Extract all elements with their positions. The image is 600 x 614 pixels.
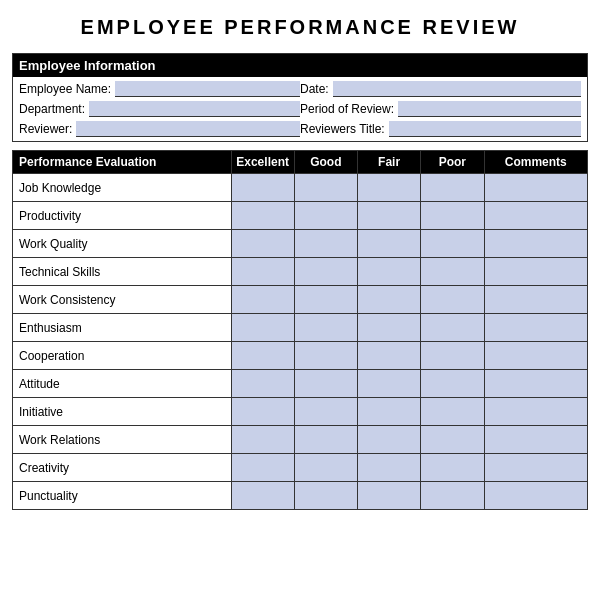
poor-cell[interactable] [421,258,484,286]
page-title: EMPLOYEE PERFORMANCE REVIEW [12,10,588,45]
category-cell: Initiative [13,398,232,426]
excellent-cell[interactable] [231,342,294,370]
poor-cell[interactable] [421,482,484,510]
poor-cell[interactable] [421,342,484,370]
fair-cell[interactable] [358,370,421,398]
period-input[interactable] [398,101,581,117]
good-cell[interactable] [294,314,357,342]
comments-cell[interactable] [484,314,588,342]
header-fair: Fair [358,151,421,174]
category-cell: Creativity [13,454,232,482]
reviewer-input[interactable] [76,121,300,137]
reviewer-label: Reviewer: [19,122,72,136]
fair-cell[interactable] [358,482,421,510]
comments-cell[interactable] [484,202,588,230]
excellent-cell[interactable] [231,174,294,202]
department-input[interactable] [89,101,300,117]
reviewer-row: Reviewer: [19,121,300,137]
employee-name-input[interactable] [115,81,300,97]
good-cell[interactable] [294,426,357,454]
excellent-cell[interactable] [231,426,294,454]
header-comments: Comments [484,151,588,174]
table-row: Attitude [13,370,588,398]
poor-cell[interactable] [421,230,484,258]
reviewers-title-label: Reviewers Title: [300,122,385,136]
fair-cell[interactable] [358,174,421,202]
table-row: Productivity [13,202,588,230]
good-cell[interactable] [294,230,357,258]
category-cell: Enthusiasm [13,314,232,342]
fair-cell[interactable] [358,230,421,258]
comments-cell[interactable] [484,454,588,482]
fair-cell[interactable] [358,286,421,314]
department-row: Department: [19,101,300,117]
poor-cell[interactable] [421,370,484,398]
category-cell: Work Relations [13,426,232,454]
table-row: Work Quality [13,230,588,258]
excellent-cell[interactable] [231,202,294,230]
period-label: Period of Review: [300,102,394,116]
excellent-cell[interactable] [231,482,294,510]
reviewers-title-input[interactable] [389,121,581,137]
category-cell: Technical Skills [13,258,232,286]
excellent-cell[interactable] [231,314,294,342]
excellent-cell[interactable] [231,258,294,286]
reviewers-title-row: Reviewers Title: [300,121,581,137]
excellent-cell[interactable] [231,230,294,258]
department-label: Department: [19,102,85,116]
table-row: Initiative [13,398,588,426]
good-cell[interactable] [294,370,357,398]
table-row: Punctuality [13,482,588,510]
fair-cell[interactable] [358,202,421,230]
category-cell: Work Consistency [13,286,232,314]
fair-cell[interactable] [358,398,421,426]
comments-cell[interactable] [484,342,588,370]
fair-cell[interactable] [358,342,421,370]
good-cell[interactable] [294,482,357,510]
table-row: Work Consistency [13,286,588,314]
table-row: Creativity [13,454,588,482]
category-cell: Productivity [13,202,232,230]
category-cell: Punctuality [13,482,232,510]
employee-name-label: Employee Name: [19,82,111,96]
good-cell[interactable] [294,258,357,286]
excellent-cell[interactable] [231,286,294,314]
comments-cell[interactable] [484,230,588,258]
poor-cell[interactable] [421,454,484,482]
table-row: Enthusiasm [13,314,588,342]
fair-cell[interactable] [358,454,421,482]
fair-cell[interactable] [358,258,421,286]
fair-cell[interactable] [358,426,421,454]
good-cell[interactable] [294,286,357,314]
excellent-cell[interactable] [231,370,294,398]
poor-cell[interactable] [421,286,484,314]
comments-cell[interactable] [484,482,588,510]
comments-cell[interactable] [484,398,588,426]
comments-cell[interactable] [484,258,588,286]
poor-cell[interactable] [421,174,484,202]
poor-cell[interactable] [421,426,484,454]
category-cell: Cooperation [13,342,232,370]
good-cell[interactable] [294,342,357,370]
evaluation-table: Performance Evaluation Excellent Good Fa… [12,150,588,510]
good-cell[interactable] [294,454,357,482]
comments-cell[interactable] [484,286,588,314]
date-input[interactable] [333,81,581,97]
header-excellent: Excellent [231,151,294,174]
comments-cell[interactable] [484,426,588,454]
header-poor: Poor [421,151,484,174]
page-container: EMPLOYEE PERFORMANCE REVIEW Employee Inf… [0,0,600,520]
good-cell[interactable] [294,398,357,426]
fair-cell[interactable] [358,314,421,342]
excellent-cell[interactable] [231,454,294,482]
excellent-cell[interactable] [231,398,294,426]
comments-cell[interactable] [484,370,588,398]
poor-cell[interactable] [421,202,484,230]
poor-cell[interactable] [421,314,484,342]
table-row: Cooperation [13,342,588,370]
poor-cell[interactable] [421,398,484,426]
good-cell[interactable] [294,174,357,202]
good-cell[interactable] [294,202,357,230]
comments-cell[interactable] [484,174,588,202]
table-row: Work Relations [13,426,588,454]
